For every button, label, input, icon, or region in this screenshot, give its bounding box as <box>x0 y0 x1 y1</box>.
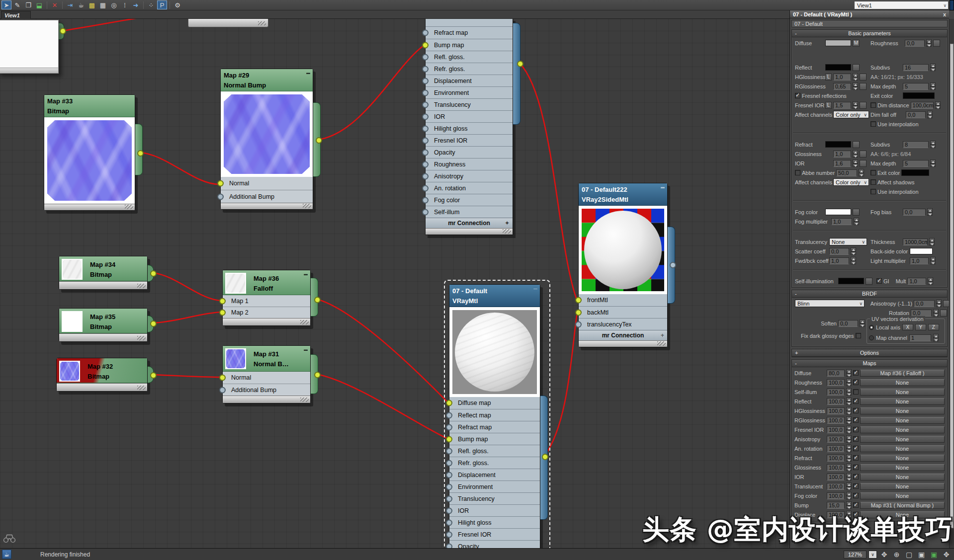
fog-color-map-slot[interactable] <box>853 209 860 216</box>
map-amount-field[interactable]: 15,0 <box>827 502 845 509</box>
input-socket[interactable] <box>219 375 226 381</box>
input-socket[interactable] <box>446 460 452 466</box>
input-socket[interactable] <box>422 54 429 60</box>
spinner[interactable] <box>853 101 858 109</box>
port-row[interactable]: Refl. gloss. <box>449 445 540 457</box>
map-slot-button[interactable]: Map #31 ( Normal Bump ) <box>860 502 945 509</box>
show-background-icon[interactable]: ▩ <box>87 0 97 9</box>
port-row[interactable]: Map 1 <box>223 295 310 307</box>
spinner[interactable] <box>851 257 856 264</box>
minimize-icon[interactable]: — <box>533 286 537 292</box>
affect-channels-dropdown[interactable]: Color only∨ <box>833 111 869 118</box>
input-socket[interactable] <box>422 78 429 84</box>
output-socket[interactable] <box>314 372 321 378</box>
spinner[interactable] <box>929 238 935 245</box>
spinner[interactable] <box>846 416 852 424</box>
axis-x-button[interactable]: X <box>902 324 913 330</box>
translucency-dropdown[interactable]: None∨ <box>829 238 867 245</box>
hide-unused-nodeslots-icon[interactable]: ⁘ <box>146 0 156 9</box>
map-slot-button[interactable]: None <box>860 455 945 462</box>
update-preview-icon[interactable]: ☕ <box>76 0 86 9</box>
port-row[interactable]: Diffuse map <box>449 397 540 409</box>
exit-color-swatch[interactable] <box>903 92 935 99</box>
rglossiness-map-slot[interactable] <box>860 83 867 90</box>
node-footer[interactable] <box>223 396 310 403</box>
fix-dark-glossy-edges-checkbox[interactable] <box>856 333 861 338</box>
input-socket[interactable] <box>422 137 429 144</box>
back-side-color-swatch[interactable] <box>910 248 933 254</box>
input-socket[interactable] <box>422 30 429 36</box>
max-depth-field[interactable]: 5 <box>903 83 929 90</box>
node-header[interactable]: Map #32 Bitmap <box>57 358 147 383</box>
map-amount-field[interactable]: 100,0 <box>827 483 845 490</box>
output-socket[interactable] <box>150 270 157 277</box>
spinner[interactable] <box>933 309 939 317</box>
node-map33[interactable]: Map #33 Bitmap <box>44 94 135 211</box>
parameter-panel-header[interactable]: 07 - Default ( VRayMtl ) x <box>790 10 949 18</box>
spinner[interactable] <box>846 398 852 405</box>
spinner[interactable] <box>927 208 933 216</box>
port-row[interactable]: Normal <box>223 372 310 384</box>
ior-map-slot[interactable] <box>860 160 867 167</box>
spinner[interactable] <box>859 169 864 176</box>
zoom-tool-icon[interactable]: ⊕ <box>891 550 902 559</box>
minimize-icon[interactable]: ▬ <box>661 184 665 190</box>
spinner[interactable] <box>846 492 852 499</box>
rotation-map-slot[interactable] <box>940 310 947 317</box>
node-footer[interactable] <box>59 333 147 341</box>
node-map36[interactable]: ▬ Map #36 Falloff Map 1 Map 2 <box>222 270 311 326</box>
show-maps-in-viewport-icon[interactable]: ◎ <box>109 0 119 9</box>
reflect-map-slot[interactable] <box>853 64 860 71</box>
map-amount-field[interactable]: 100,0 <box>827 492 845 499</box>
spinner[interactable] <box>846 464 852 471</box>
refract-max-depth-field[interactable]: 5 <box>903 160 929 167</box>
panel-scrollbar[interactable] <box>949 19 954 548</box>
refract-subdivs-field[interactable]: 8 <box>903 141 929 148</box>
port-row[interactable]: Additional Bump <box>221 190 313 203</box>
input-socket[interactable] <box>217 193 224 200</box>
spinner[interactable] <box>846 426 852 433</box>
assign-material-to-selection-icon[interactable]: ⬓ <box>34 0 44 9</box>
node-map29[interactable]: ▬ Map #29 Normal Bump Normal Additional … <box>220 69 313 210</box>
input-socket[interactable] <box>219 387 226 393</box>
spinner[interactable] <box>853 73 858 80</box>
spinner[interactable] <box>927 111 933 118</box>
fog-bias-field[interactable]: 0,0 <box>903 209 926 216</box>
map-amount-field[interactable]: 100,0 <box>827 379 845 386</box>
rotation-field[interactable]: 0,0 <box>911 310 932 317</box>
map-amount-field[interactable]: 100,0 <box>827 455 845 462</box>
input-socket[interactable] <box>422 185 429 191</box>
expand-icon[interactable]: + <box>795 350 798 356</box>
port-row[interactable]: Bump map <box>449 433 540 445</box>
map-slot-button[interactable]: None <box>860 407 945 414</box>
map-amount-field[interactable]: 100,0 <box>827 389 845 396</box>
input-socket[interactable] <box>446 400 452 406</box>
port-row[interactable]: Roughness <box>426 158 513 170</box>
spinner[interactable] <box>851 247 856 255</box>
map-enable-checkbox[interactable] <box>853 446 859 451</box>
port-row[interactable]: An. rotation <box>426 182 513 194</box>
map-enable-checkbox[interactable] <box>853 502 859 508</box>
spinner[interactable] <box>846 445 852 452</box>
input-socket[interactable] <box>422 66 429 72</box>
minimize-icon[interactable]: ▬ <box>306 70 310 76</box>
abbe-number-checkbox[interactable] <box>795 170 800 175</box>
spinner[interactable] <box>846 482 852 490</box>
layout-children-icon[interactable]: ⁞ <box>120 0 130 9</box>
port-row[interactable]: Normal <box>221 177 313 190</box>
input-socket[interactable] <box>422 125 429 132</box>
wire[interactable] <box>318 45 424 140</box>
collapse-icon[interactable]: - <box>795 291 797 297</box>
material-map-browser-icon[interactable]: ⚙ <box>173 0 182 9</box>
rollout-header[interactable]: - BRDF <box>792 290 947 298</box>
output-socket[interactable] <box>150 372 157 379</box>
render-teapot-icon[interactable]: ☕ <box>2 550 11 559</box>
output-socket[interactable] <box>670 262 676 268</box>
map-enable-checkbox[interactable] <box>853 380 859 385</box>
input-socket[interactable] <box>422 197 429 203</box>
node-footer[interactable] <box>223 318 310 325</box>
map-slot-button[interactable]: None <box>860 436 945 443</box>
use-interpolation-checkbox[interactable] <box>870 189 876 194</box>
map-enable-checkbox[interactable] <box>853 370 859 376</box>
mult-field[interactable]: 1,0 <box>907 278 926 285</box>
